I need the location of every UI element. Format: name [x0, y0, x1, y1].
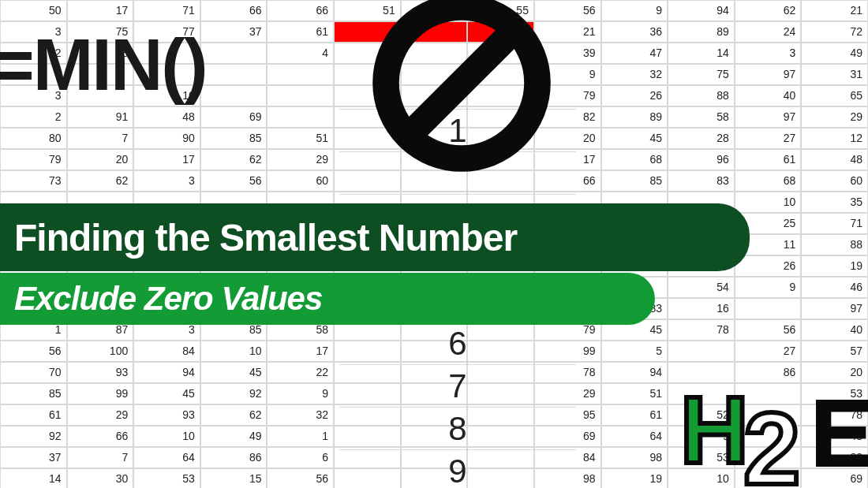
big-number: 9	[339, 450, 576, 488]
cell: 99	[67, 383, 134, 404]
cell: 61	[267, 21, 334, 43]
cell: 88	[801, 234, 868, 255]
cell: 100	[67, 341, 134, 362]
cell: 88	[668, 85, 735, 106]
cell	[267, 106, 334, 128]
cell: 3	[133, 170, 200, 192]
cell: 2	[0, 106, 67, 128]
svg-line-1	[409, 30, 514, 136]
cell: 14	[0, 468, 67, 488]
cell: 96	[668, 149, 735, 170]
cell: 69	[200, 106, 268, 128]
cell: 20	[67, 149, 134, 170]
cell: 49	[200, 426, 268, 447]
cell: 3	[735, 43, 802, 64]
cell: 97	[801, 298, 868, 319]
cell: 86	[200, 447, 268, 468]
cell: 60	[267, 170, 334, 192]
cell: 45	[133, 383, 200, 404]
cell: 10	[133, 426, 200, 447]
cell: 57	[801, 341, 868, 362]
headline-bar: Finding the Smallest Number	[0, 203, 750, 271]
cell: 45	[200, 362, 268, 383]
cell: 90	[133, 128, 200, 149]
cell: 26	[601, 85, 668, 106]
logo-letter-2: 2	[743, 391, 800, 488]
headline-text: Finding the Smallest Number	[14, 216, 517, 259]
big-number: 8	[339, 408, 576, 450]
cell: 30	[67, 468, 134, 488]
cell: 93	[133, 404, 200, 426]
cell: 93	[67, 362, 134, 383]
cell: 32	[267, 404, 334, 426]
cell: 89	[601, 106, 668, 128]
cell: 66	[200, 0, 268, 21]
cell: 15	[200, 468, 268, 488]
cell: 9	[601, 0, 668, 21]
cell: 9	[267, 383, 334, 404]
cell: 54	[668, 277, 735, 298]
cell: 9	[735, 277, 802, 298]
cell: 66	[267, 0, 334, 21]
cell: 79	[0, 149, 67, 170]
cell: 48	[133, 106, 200, 128]
cell: 50	[0, 0, 67, 21]
cell	[267, 64, 334, 85]
cell: 62	[200, 404, 268, 426]
cell: 84	[133, 341, 200, 362]
cell: 62	[200, 149, 268, 170]
logo-letter-e: E	[810, 380, 868, 486]
cell: 29	[801, 106, 868, 128]
cell: 71	[133, 0, 200, 21]
cell: 92	[200, 383, 268, 404]
cell: 83	[668, 170, 735, 192]
cell: 72	[801, 21, 868, 43]
cell: 32	[601, 64, 668, 85]
cell: 89	[668, 21, 735, 43]
cell: 47	[601, 43, 668, 64]
cell: 27	[735, 128, 802, 149]
cell: 56	[0, 341, 67, 362]
cell: 37	[0, 447, 67, 468]
cell: 92	[0, 426, 67, 447]
cell: 97	[735, 106, 802, 128]
cell	[200, 64, 268, 85]
cell: 6	[267, 447, 334, 468]
cell: 7	[67, 447, 134, 468]
cell: 4	[267, 43, 334, 64]
cell: 10	[735, 192, 802, 213]
cell: 85	[0, 383, 67, 404]
cell: 80	[0, 128, 67, 149]
cell: 17	[67, 0, 134, 21]
cell: 94	[601, 362, 668, 383]
cell: 97	[735, 64, 802, 85]
cell: 22	[267, 362, 334, 383]
big-number: 6	[339, 322, 576, 365]
cell: 51	[267, 128, 334, 149]
cell: 45	[601, 128, 668, 149]
cell: 78	[668, 319, 735, 341]
cell: 71	[801, 213, 868, 234]
cell: 91	[67, 106, 134, 128]
cell: 1	[267, 426, 334, 447]
cell: 14	[668, 43, 735, 64]
cell: 37	[200, 21, 268, 43]
cell: 53	[133, 468, 200, 488]
cell: 94	[133, 362, 200, 383]
cell	[668, 341, 735, 362]
cell: 68	[601, 149, 668, 170]
cell: 21	[801, 0, 868, 21]
cell: 56	[735, 319, 802, 341]
cell	[200, 85, 268, 106]
cell: 51	[601, 383, 668, 404]
cell	[267, 85, 334, 106]
cell	[200, 43, 268, 64]
cell: 56	[267, 468, 334, 488]
cell: 75	[668, 64, 735, 85]
cell: 61	[0, 404, 67, 426]
prohibition-icon	[367, 0, 556, 181]
cell: 68	[735, 170, 802, 192]
cell: 58	[668, 106, 735, 128]
cell: 66	[67, 426, 134, 447]
cell: 62	[67, 170, 134, 192]
